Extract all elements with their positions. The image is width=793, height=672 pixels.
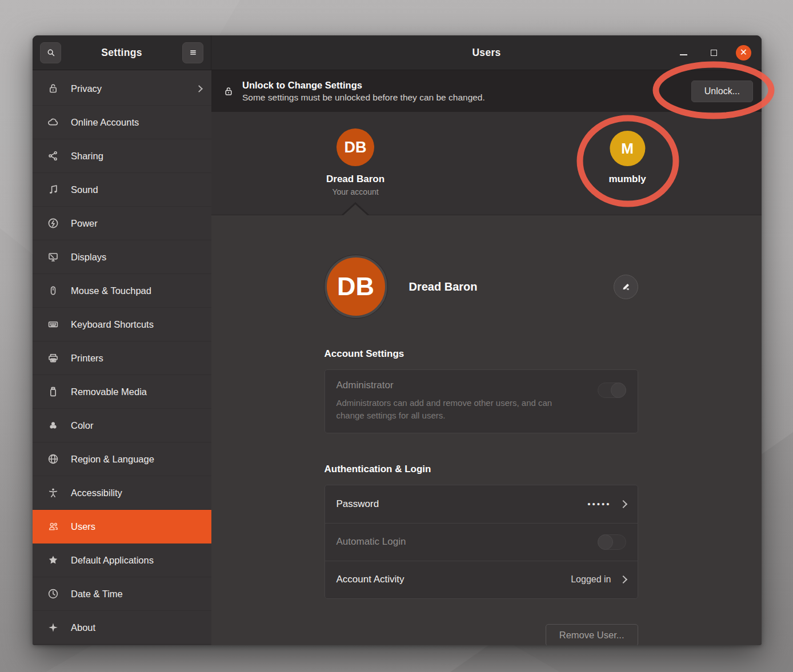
printer-icon bbox=[46, 351, 60, 365]
unlock-banner: Unlock to Change Settings Some settings … bbox=[211, 70, 762, 112]
section-heading-account-settings: Account Settings bbox=[325, 348, 638, 360]
user-subtitle: Your account bbox=[332, 187, 378, 196]
search-button[interactable] bbox=[40, 42, 61, 63]
chevron-right-icon bbox=[619, 500, 627, 508]
sidebar-item-keyboard-shortcuts[interactable]: Keyboard Shortcuts bbox=[33, 308, 211, 341]
remove-user-button[interactable]: Remove User... bbox=[546, 624, 638, 646]
minimize-icon bbox=[680, 54, 687, 55]
user-name: mumbly bbox=[608, 174, 646, 185]
sidebar-item-default-apps[interactable]: Default Applications bbox=[33, 544, 211, 577]
display-icon bbox=[46, 250, 60, 264]
sidebar-item-label: Default Applications bbox=[71, 555, 202, 566]
automatic-login-row: Automatic Login bbox=[325, 523, 638, 561]
profile-name: Dread Baron bbox=[409, 280, 614, 293]
settings-window: Settings Users ✕ PrivacyOnline AccountsS… bbox=[33, 35, 762, 645]
user-tab-mumbly[interactable]: M mumbly bbox=[608, 131, 646, 185]
globe-icon bbox=[46, 452, 60, 466]
administrator-row: Administrator Administrators can add and… bbox=[325, 369, 638, 433]
sidebar-item-label: Displays bbox=[71, 252, 202, 263]
profile-avatar[interactable]: DB bbox=[325, 255, 387, 318]
search-icon bbox=[45, 47, 57, 58]
banner-title: Unlock to Change Settings bbox=[242, 80, 691, 91]
avatar-mumbly: M bbox=[610, 131, 645, 166]
sidebar-item-label: Removable Media bbox=[71, 387, 202, 397]
sidebar-item-label: Power bbox=[71, 218, 202, 229]
administrator-toggle[interactable] bbox=[598, 383, 626, 398]
sidebar-item-label: Keyboard Shortcuts bbox=[71, 319, 202, 330]
banner-text: Unlock to Change Settings Some settings … bbox=[242, 80, 691, 103]
sidebar-item-label: Printers bbox=[71, 353, 202, 364]
user-carousel: DB Dread Baron Your account M mumbly bbox=[211, 112, 762, 215]
user-name: Dread Baron bbox=[326, 174, 385, 185]
automatic-login-label: Automatic Login bbox=[337, 536, 598, 548]
sidebar-item-label: Sharing bbox=[71, 151, 202, 162]
close-icon: ✕ bbox=[740, 48, 747, 57]
cloud-icon bbox=[46, 115, 60, 129]
avatar-dread-baron: DB bbox=[337, 128, 374, 166]
automatic-login-toggle[interactable] bbox=[598, 534, 626, 550]
mouse-icon bbox=[46, 284, 60, 297]
chevron-right-icon bbox=[195, 85, 203, 92]
password-masked-value: ••••• bbox=[587, 499, 611, 509]
auth-login-card: Password ••••• Automatic Login Account A… bbox=[325, 485, 638, 599]
sidebar-item-accessibility[interactable]: Accessibility bbox=[33, 476, 211, 510]
chevron-right-icon bbox=[619, 576, 627, 584]
minimize-button[interactable] bbox=[675, 45, 691, 61]
sound-icon bbox=[46, 183, 60, 196]
main-titlebar: Users ✕ bbox=[211, 35, 762, 70]
unlock-button[interactable]: Unlock... bbox=[691, 81, 753, 102]
sidebar-item-online-accounts[interactable]: Online Accounts bbox=[33, 106, 211, 139]
sidebar-item-removable-media[interactable]: Removable Media bbox=[33, 375, 211, 409]
account-activity-value: Logged in bbox=[571, 574, 611, 585]
power-icon bbox=[46, 216, 60, 230]
sidebar-item-label: Date & Time bbox=[71, 589, 202, 599]
banner-subtitle: Some settings must be unlocked before th… bbox=[242, 92, 691, 103]
sidebar-titlebar: Settings bbox=[33, 35, 211, 70]
sidebar-item-sound[interactable]: Sound bbox=[33, 173, 211, 207]
profile-row: DB Dread Baron bbox=[325, 255, 638, 318]
sidebar-item-label: Color bbox=[71, 420, 202, 431]
clock-icon bbox=[46, 587, 60, 601]
sidebar-item-users[interactable]: Users bbox=[33, 510, 211, 544]
password-label: Password bbox=[337, 498, 588, 510]
lock-icon bbox=[222, 85, 235, 98]
account-activity-label: Account Activity bbox=[337, 574, 571, 585]
keyboard-icon bbox=[46, 317, 60, 331]
sidebar-item-label: Accessibility bbox=[71, 488, 202, 498]
sidebar-item-about[interactable]: About bbox=[33, 611, 211, 645]
sidebar-item-label: Online Accounts bbox=[71, 117, 202, 128]
sidebar-item-label: Privacy bbox=[71, 83, 197, 94]
sidebar-item-printers[interactable]: Printers bbox=[33, 341, 211, 375]
menu-button[interactable] bbox=[182, 42, 203, 63]
password-row[interactable]: Password ••••• bbox=[325, 485, 638, 523]
account-activity-row[interactable]: Account Activity Logged in bbox=[325, 561, 638, 598]
administrator-description: Administrators can add and remove other … bbox=[337, 397, 582, 422]
sidebar-item-date-time[interactable]: Date & Time bbox=[33, 577, 211, 611]
edit-name-button[interactable] bbox=[614, 275, 638, 299]
sidebar-item-region-language[interactable]: Region & Language bbox=[33, 442, 211, 476]
lock-icon bbox=[46, 82, 60, 95]
user-detail: DB Dread Baron Account Settings Administ… bbox=[211, 215, 762, 645]
maximize-button[interactable] bbox=[706, 45, 722, 61]
share-icon bbox=[46, 149, 60, 163]
sidebar-item-privacy[interactable]: Privacy bbox=[33, 72, 211, 106]
close-button[interactable]: ✕ bbox=[736, 45, 751, 61]
sidebar-item-sharing[interactable]: Sharing bbox=[33, 139, 211, 173]
pencil-icon bbox=[619, 280, 632, 293]
users-panel: Unlock to Change Settings Some settings … bbox=[211, 70, 762, 645]
page-title: Users bbox=[472, 47, 500, 59]
users-icon bbox=[46, 520, 60, 533]
sidebar-item-mouse-touchpad[interactable]: Mouse & Touchpad bbox=[33, 274, 211, 308]
sidebar-item-label: About bbox=[71, 622, 202, 633]
sidebar-item-color[interactable]: Color bbox=[33, 409, 211, 442]
sidebar-item-label: Mouse & Touchpad bbox=[71, 285, 202, 296]
person-icon bbox=[46, 486, 60, 500]
sparkle-icon bbox=[46, 621, 60, 634]
sidebar-item-power[interactable]: Power bbox=[33, 207, 211, 240]
user-tab-dread-baron[interactable]: DB Dread Baron Your account bbox=[326, 128, 385, 196]
hamburger-icon bbox=[187, 47, 199, 58]
color-icon bbox=[46, 419, 60, 432]
window-controls: ✕ bbox=[675, 35, 751, 70]
star-icon bbox=[46, 553, 60, 567]
sidebar-item-displays[interactable]: Displays bbox=[33, 240, 211, 274]
